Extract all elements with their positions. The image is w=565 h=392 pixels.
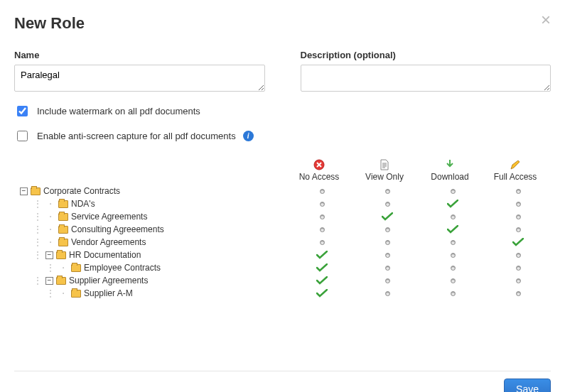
perm-cell[interactable]	[420, 287, 485, 300]
perm-row-label[interactable]: ⋮·NDA's	[14, 197, 289, 210]
perm-radio[interactable]	[320, 214, 325, 219]
perm-cell[interactable]	[355, 197, 420, 210]
perm-cell[interactable]	[289, 274, 355, 287]
perm-radio[interactable]	[516, 189, 521, 194]
perm-row-label[interactable]: ⋮·Supplier A-M	[14, 287, 289, 300]
perm-radio[interactable]	[385, 202, 390, 207]
description-input[interactable]	[301, 65, 551, 92]
perm-row-label[interactable]: ⋮−Supplier Agreements	[14, 274, 289, 287]
close-icon[interactable]: ×	[541, 11, 551, 28]
perm-cell[interactable]	[485, 197, 551, 210]
perm-cell[interactable]	[485, 287, 551, 300]
perm-row-text: Consulting Agreeements	[71, 224, 164, 234]
perm-cell[interactable]	[355, 185, 420, 197]
perm-cell[interactable]	[485, 249, 551, 261]
perm-radio[interactable]	[516, 253, 521, 258]
perm-radio[interactable]	[516, 266, 521, 271]
perm-radio[interactable]	[385, 240, 390, 245]
perm-cell[interactable]	[420, 274, 485, 287]
perm-cell[interactable]	[355, 274, 420, 287]
col-download: Download	[417, 159, 483, 182]
perm-radio[interactable]	[320, 202, 325, 207]
perm-cell[interactable]	[420, 223, 485, 236]
perm-cell[interactable]	[485, 261, 551, 274]
perm-radio[interactable]	[516, 278, 521, 283]
folder-icon	[58, 239, 68, 246]
perm-cell[interactable]	[420, 210, 485, 223]
antiscreen-checkbox[interactable]	[17, 131, 28, 141]
save-button[interactable]: Save	[504, 379, 551, 392]
new-role-modal: New Role × Name Description (optional) I…	[0, 0, 565, 392]
check-icon	[316, 251, 328, 259]
folder-icon	[71, 290, 81, 298]
check-icon	[447, 200, 458, 208]
perm-cell[interactable]	[420, 249, 485, 261]
perm-cell[interactable]	[420, 185, 485, 197]
perm-radio[interactable]	[516, 202, 521, 207]
perm-radio[interactable]	[451, 189, 456, 194]
perm-radio[interactable]	[451, 253, 456, 258]
antiscreen-label: Enable anti-screen capture for all pdf d…	[37, 131, 236, 141]
folder-icon	[58, 213, 68, 221]
perm-cell[interactable]	[289, 236, 355, 249]
perm-cell[interactable]	[485, 236, 551, 249]
perm-cell[interactable]	[485, 185, 551, 197]
perm-cell[interactable]	[355, 287, 420, 300]
perm-radio[interactable]	[451, 278, 456, 283]
perm-row-label[interactable]: ⋮·Consulting Agreeements	[14, 223, 289, 236]
perm-row-label[interactable]: ⋮·Service Agreements	[14, 210, 289, 223]
perm-cell[interactable]	[355, 236, 420, 249]
perm-radio[interactable]	[451, 240, 456, 245]
perm-row-label[interactable]: ⋮−HR Documentation	[14, 249, 289, 261]
perm-radio[interactable]	[385, 266, 390, 271]
info-icon[interactable]: i	[243, 131, 254, 141]
perm-cell[interactable]	[289, 249, 355, 261]
col-view-only: View Only	[352, 159, 417, 182]
perm-radio[interactable]	[320, 227, 325, 232]
perm-row: ⋮·Service Agreements	[14, 210, 551, 223]
perm-radio[interactable]	[451, 291, 456, 296]
perm-cell[interactable]	[289, 287, 355, 300]
collapse-icon[interactable]: −	[45, 277, 53, 285]
perm-cell[interactable]	[355, 249, 420, 261]
perm-cell[interactable]	[289, 210, 355, 223]
perm-radio[interactable]	[385, 291, 390, 296]
perm-row-label[interactable]: −Corporate Contracts	[14, 185, 289, 197]
perm-radio[interactable]	[385, 278, 390, 283]
name-input[interactable]	[14, 65, 265, 92]
perm-row-label[interactable]: ⋮·Vendor Agreements	[14, 236, 289, 249]
no-access-icon	[313, 159, 325, 170]
perm-cell[interactable]	[420, 261, 485, 274]
perm-radio[interactable]	[451, 266, 456, 271]
perm-radio[interactable]	[516, 291, 521, 296]
perm-row-text: Supplier Agreements	[69, 276, 148, 285]
perm-cell[interactable]	[289, 223, 355, 236]
perm-row-label[interactable]: ⋮·Employee Contracts	[14, 261, 289, 274]
perm-row-text: HR Documentation	[69, 250, 141, 260]
perm-radio[interactable]	[320, 240, 325, 245]
check-icon	[512, 238, 524, 246]
perm-cell[interactable]	[355, 210, 420, 223]
perm-cell[interactable]	[289, 197, 355, 210]
description-label: Description (optional)	[301, 50, 551, 60]
perm-cell[interactable]	[355, 223, 420, 236]
perm-radio[interactable]	[385, 253, 390, 258]
perm-radio[interactable]	[516, 214, 521, 219]
perm-cell[interactable]	[289, 185, 355, 197]
perm-row-text: Corporate Contracts	[43, 186, 120, 196]
perm-cell[interactable]	[420, 197, 485, 210]
perm-radio[interactable]	[516, 227, 521, 232]
perm-cell[interactable]	[289, 261, 355, 274]
perm-cell[interactable]	[485, 223, 551, 236]
perm-cell[interactable]	[485, 274, 551, 287]
perm-radio[interactable]	[320, 189, 325, 194]
perm-radio[interactable]	[385, 227, 390, 232]
perm-cell[interactable]	[485, 210, 551, 223]
perm-radio[interactable]	[385, 189, 390, 194]
collapse-icon[interactable]: −	[20, 187, 28, 195]
watermark-checkbox[interactable]	[17, 106, 28, 116]
perm-radio[interactable]	[451, 214, 456, 219]
perm-cell[interactable]	[355, 261, 420, 274]
perm-cell[interactable]	[420, 236, 485, 249]
collapse-icon[interactable]: −	[45, 251, 53, 259]
